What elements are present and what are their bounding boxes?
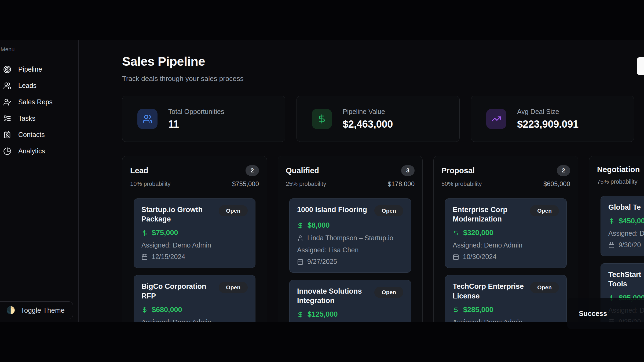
column-probability: 25% probability [286, 180, 326, 187]
calendar-icon [608, 242, 615, 248]
column-total: $605,000 [543, 180, 570, 188]
column-probability: 50% probability [441, 180, 482, 187]
opportunity-card[interactable]: Startup.io Growth Package Open $75,000 A… [134, 198, 255, 268]
opportunity-card[interactable]: Innovate Solutions Integration Open $125… [289, 280, 411, 322]
status-badge: Open [374, 287, 403, 298]
toast-message: Success [579, 309, 607, 318]
stat-label: Avg Deal Size [517, 108, 579, 116]
dollar-icon [453, 230, 459, 236]
opportunity-value: $285,000 [453, 306, 559, 314]
calendar-icon [453, 254, 459, 260]
column-cards: Enterprise Corp Modernization Open $320,… [441, 198, 571, 322]
opportunity-title: TechCorp Enterprise License [453, 282, 526, 301]
pipeline-board: Lead 2 10% probability $755,000 Startup.… [122, 156, 644, 322]
pipeline-column-lead: Lead 2 10% probability $755,000 Startup.… [122, 156, 267, 322]
calendar-icon [297, 258, 303, 265]
sidebar-item-tasks[interactable]: Tasks [0, 110, 78, 127]
column-probability: 75% probability [597, 178, 637, 185]
user-check-icon [3, 98, 11, 106]
opportunity-contact: Linda Thompson – Startup.io [297, 234, 403, 242]
contact-card-icon [3, 131, 11, 139]
stat-value: $2,463,000 [343, 119, 393, 130]
status-badge: Open [374, 205, 403, 216]
opportunity-assigned: Assigned: D [608, 230, 644, 237]
status-badge: Open [219, 282, 248, 293]
opportunity-card[interactable]: Global Te $450,000 Assigned: D 9/30/20 [601, 196, 644, 256]
sidebar-item-leads[interactable]: Leads [0, 77, 78, 94]
trending-up-icon [486, 109, 506, 129]
dollar-icon [608, 218, 615, 224]
dollar-icon [297, 311, 303, 318]
opportunity-title: TechStart Tools [608, 270, 641, 289]
main-content: Sales Pipeline Track deals through your … [79, 40, 644, 322]
opportunity-title: Enterprise Corp Modernization [453, 205, 526, 224]
sidebar-item-pipeline[interactable]: Pipeline [0, 61, 78, 77]
opportunity-card[interactable]: 1000 Island Flooring Open $8,000 Linda T… [289, 198, 411, 273]
opportunity-card[interactable]: TechCorp Enterprise License Open $285,00… [445, 275, 567, 322]
opportunity-title: Startup.io Growth Package [141, 205, 214, 224]
toggle-theme-button[interactable]: 🌓 Toggle Theme [0, 301, 73, 319]
stat-label: Pipeline Value [343, 108, 393, 116]
dollar-icon [141, 230, 148, 236]
success-toast: Success [567, 298, 644, 329]
stat-label: Total Opportunities [168, 108, 224, 116]
dollar-icon [453, 306, 459, 313]
opportunity-card[interactable]: BigCo Corporation RFP Open $680,000 Assi… [134, 275, 255, 322]
pie-chart-icon [3, 147, 11, 155]
column-title: Lead [130, 166, 148, 175]
sidebar: Menu Pipeline Leads Sales Reps Tasks Con… [0, 40, 79, 322]
stat-value: 11 [168, 119, 224, 130]
opportunity-assigned: Assigned: Demo Admin [453, 241, 559, 249]
app-window: Menu Pipeline Leads Sales Reps Tasks Con… [0, 40, 644, 322]
add-opportunity-button[interactable]: Add Opportunity [637, 57, 644, 75]
stats-row: Total Opportunities 11 Pipeline Value $2… [122, 96, 634, 142]
target-icon [3, 65, 11, 73]
status-badge: Open [219, 205, 248, 216]
opportunity-title: BigCo Corporation RFP [141, 282, 214, 301]
opportunity-title: Global Te [608, 203, 641, 212]
opportunity-date: 9/27/2025 [297, 258, 403, 265]
calendar-icon [141, 254, 148, 260]
opportunity-assigned: Assigned: Demo Admin [141, 241, 248, 249]
user-icon [297, 235, 303, 241]
sidebar-item-contacts[interactable]: Contacts [0, 127, 78, 143]
list-todo-icon [3, 114, 11, 123]
opportunity-date: 12/15/2024 [141, 253, 248, 261]
column-title: Qualified [286, 166, 319, 175]
pipeline-column-proposal: Proposal 2 50% probability $605,000 Ente… [433, 156, 578, 322]
opportunity-value: $125,000 [297, 310, 403, 319]
users-icon [3, 82, 11, 90]
opportunity-assigned: Assigned: Demo Admin [453, 318, 559, 322]
opportunity-title: 1000 Island Flooring [297, 205, 367, 216]
column-title: Negotiation [597, 165, 640, 174]
sidebar-nav: Pipeline Leads Sales Reps Tasks Contacts… [0, 61, 78, 159]
opportunity-date: 9/30/20 [608, 241, 644, 249]
stat-card: Pipeline Value $2,463,000 [297, 96, 460, 142]
opportunity-value: $8,000 [297, 221, 403, 230]
pipeline-column-qualified: Qualified 3 25% probability $178,000 100… [278, 156, 423, 322]
column-probability: 10% probability [130, 180, 170, 187]
column-cards: Startup.io Growth Package Open $75,000 A… [129, 198, 260, 322]
sidebar-item-sales-reps[interactable]: Sales Reps [0, 94, 78, 110]
dollar-icon [297, 222, 303, 229]
sidebar-item-analytics[interactable]: Analytics [0, 143, 78, 159]
column-count-badge: 2 [246, 165, 259, 176]
opportunity-value: $320,000 [453, 229, 559, 237]
opportunity-value: $450,000 [608, 217, 644, 225]
column-total: $755,000 [232, 180, 259, 188]
status-badge: Open [530, 282, 559, 293]
opportunity-card[interactable]: Enterprise Corp Modernization Open $320,… [445, 198, 567, 268]
column-count-badge: 3 [401, 165, 415, 176]
sidebar-menu-label: Menu [0, 46, 78, 53]
opportunity-assigned: Assigned: Demo Admin [141, 318, 248, 322]
column-count-badge: 2 [557, 165, 570, 176]
opportunity-title: Innovate Solutions Integration [297, 287, 370, 305]
opportunity-value: $680,000 [141, 306, 248, 314]
column-cards: 1000 Island Flooring Open $8,000 Linda T… [285, 198, 415, 322]
page-title: Sales Pipeline [122, 54, 644, 69]
status-badge: Open [530, 205, 559, 216]
column-title: Proposal [441, 166, 475, 175]
stat-value: $223,909.091 [517, 119, 579, 130]
toggle-theme-label: Toggle Theme [21, 306, 65, 315]
page-subtitle: Track deals through your sales process [122, 75, 644, 83]
